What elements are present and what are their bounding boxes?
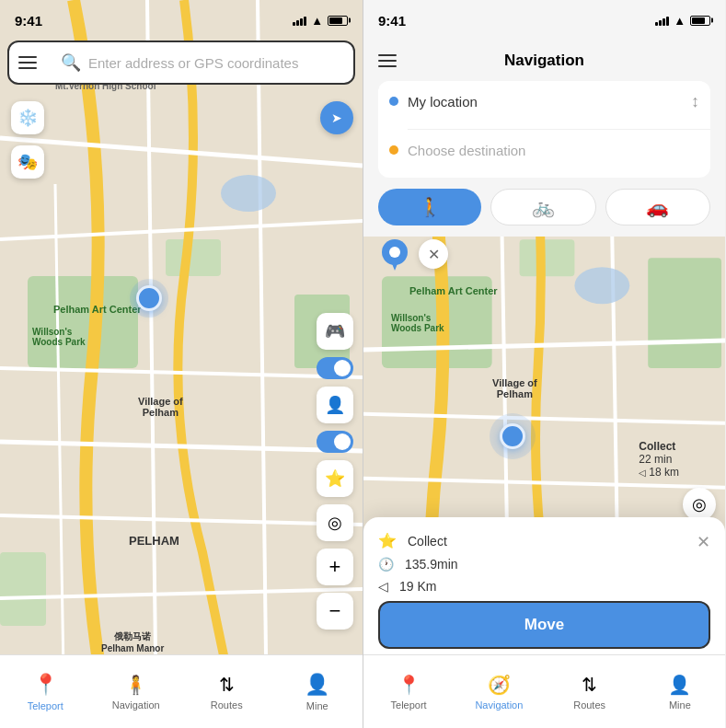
zoom-out-button[interactable]: − — [317, 593, 353, 630]
destination-dot — [389, 145, 398, 155]
map-label-pelham-manor: 俄勒马诺Pelham Manor — [101, 630, 164, 653]
svg-line-9 — [0, 589, 363, 598]
routes-icon: ⇅ — [219, 674, 235, 696]
map-pin-icon — [378, 237, 411, 271]
collect-text: Collect — [639, 440, 679, 453]
nav-inputs-card: My location ↕ Choose destination — [378, 81, 710, 178]
map-label-willsons: Willson'sWoods Park — [32, 327, 86, 347]
bottom-card-close-button[interactable]: ✕ — [697, 532, 710, 552]
right-collect-info: Collect 22 min ◁ 18 km — [639, 440, 679, 479]
distance-text: ◁ 18 km — [639, 466, 679, 479]
right-mine-label: Mine — [669, 699, 691, 711]
svg-line-8 — [0, 515, 363, 525]
star-icon: ⭐ — [378, 532, 397, 549]
wifi-icon: ▲ — [311, 14, 323, 28]
navigation-top-section: Navigation My location ↕ Choose destinat… — [363, 40, 725, 237]
nav-title: Navigation — [504, 52, 584, 70]
bottom-card-distance-row: ◁ 19 Km — [378, 579, 710, 594]
left-menu-button[interactable] — [7, 40, 48, 85]
signal-icon — [293, 15, 306, 26]
svg-line-19 — [363, 479, 725, 488]
right-tab-navigation[interactable]: 🧭 Navigation — [454, 655, 544, 728]
compass-button[interactable]: ➤ — [320, 101, 353, 134]
destination-row[interactable]: Choose destination — [378, 130, 710, 170]
bottom-distance: 19 Km — [399, 579, 436, 594]
bike-button[interactable]: 🚲 — [490, 189, 595, 225]
map-label-pelham-art: Pelham Art Center — [53, 304, 142, 315]
toggle-1[interactable] — [317, 357, 353, 379]
map-pin-area: ✕ — [378, 237, 448, 271]
left-tab-navigation[interactable]: 🧍 Navigation — [91, 655, 182, 728]
toggle-2[interactable] — [317, 431, 353, 453]
snowflake-button[interactable]: ❄️ — [11, 101, 44, 134]
right-compass-button[interactable]: ◎ — [683, 488, 716, 521]
battery-icon — [328, 16, 348, 26]
right-map-label-willsons: Willson'sWoods Park — [391, 313, 444, 333]
right-status-icons: ▲ — [655, 14, 710, 28]
right-routes-label: Routes — [573, 699, 605, 711]
user-button[interactable]: 👤 — [317, 387, 353, 423]
left-tab-bar: 📍 Teleport 🧍 Navigation ⇅ Routes 👤 Mine — [0, 654, 363, 728]
nav-title-row: Navigation — [378, 40, 710, 81]
mine-icon: 👤 — [305, 673, 329, 697]
my-location-dot — [389, 97, 398, 106]
bottom-collect-label: Collect — [408, 534, 447, 549]
svg-line-10 — [147, 0, 156, 728]
svg-rect-16 — [648, 258, 721, 368]
right-menu-button[interactable] — [378, 54, 397, 67]
right-teleport-icon: 📍 — [398, 674, 421, 696]
zoom-in-button[interactable]: + — [317, 549, 353, 585]
search-bar[interactable]: 🔍 Enter address or GPS coordinates — [7, 40, 355, 85]
map-label-village-pelham: Village ofPelham — [138, 396, 183, 418]
left-map-background: Pelham Art Center Willson'sWoods Park Vi… — [0, 0, 363, 728]
right-panel: Pelham Art Center Willson'sWoods Park Vi… — [363, 0, 725, 728]
hamburger-icon — [18, 56, 37, 69]
right-status-bar: 9:41 ▲ — [363, 0, 725, 40]
destination-text: Choose destination — [408, 143, 699, 158]
person-location-button[interactable]: 🎭 — [11, 145, 44, 179]
svg-rect-1 — [166, 239, 221, 276]
svg-line-4 — [0, 138, 363, 166]
right-teleport-label: Teleport — [391, 699, 427, 711]
right-time: 9:41 — [378, 13, 406, 29]
my-location-row[interactable]: My location ↕ — [378, 81, 710, 121]
search-input-area[interactable]: 🔍 Enter address or GPS coordinates — [61, 52, 342, 73]
right-map-label-village: Village ofPelham — [492, 377, 537, 399]
map-close-button[interactable]: ✕ — [419, 239, 448, 269]
svg-line-18 — [363, 414, 725, 423]
left-tab-routes[interactable]: ⇅ Routes — [181, 655, 272, 728]
left-panel: Pelham Art Center Willson'sWoods Park Vi… — [0, 0, 363, 728]
target-button[interactable]: ◎ — [317, 504, 353, 541]
move-button[interactable]: Move — [378, 601, 710, 649]
clock-icon: 🕐 — [378, 557, 394, 572]
svg-rect-15 — [520, 239, 575, 276]
navigation-icon: 🧍 — [124, 674, 147, 696]
left-status-icons: ▲ — [293, 14, 348, 28]
gamepad-button[interactable]: 🎮 — [317, 313, 353, 350]
right-tab-mine[interactable]: 👤 Mine — [635, 655, 725, 728]
time-text: 22 min — [639, 453, 679, 466]
swap-button[interactable]: ↕ — [691, 92, 699, 111]
svg-rect-3 — [0, 552, 46, 626]
right-wifi-icon: ▲ — [674, 14, 686, 28]
car-button[interactable]: 🚗 — [605, 189, 710, 225]
right-tab-teleport[interactable]: 📍 Teleport — [363, 655, 454, 728]
right-battery-icon — [690, 16, 710, 26]
walk-button[interactable]: 🚶 — [378, 189, 481, 225]
left-tab-teleport[interactable]: 📍 Teleport — [0, 655, 91, 728]
left-tab-mine[interactable]: 👤 Mine — [272, 655, 363, 728]
right-mine-icon: 👤 — [668, 674, 691, 696]
nav-arrow-icon: ◁ — [378, 579, 388, 594]
svg-marker-26 — [391, 261, 398, 271]
right-map-label-pelham-art: Pelham Art Center — [409, 285, 498, 296]
star-button[interactable]: ⭐ — [317, 460, 353, 497]
right-tab-bar: 📍 Teleport 🧭 Navigation ⇅ Routes 👤 Mine — [363, 654, 725, 728]
bottom-card: ✕ ⭐ Collect 🕐 135.9min ◁ 19 Km Move — [363, 517, 725, 664]
right-tab-routes[interactable]: ⇅ Routes — [545, 655, 635, 728]
navigation-label: Navigation — [112, 699, 160, 711]
bottom-duration: 135.9min — [405, 557, 458, 572]
bottom-card-time-row: 🕐 135.9min — [378, 557, 710, 572]
svg-point-25 — [389, 247, 400, 258]
svg-point-13 — [221, 175, 276, 212]
side-controls: 🎮 👤 ⭐ ◎ + − — [317, 313, 353, 630]
